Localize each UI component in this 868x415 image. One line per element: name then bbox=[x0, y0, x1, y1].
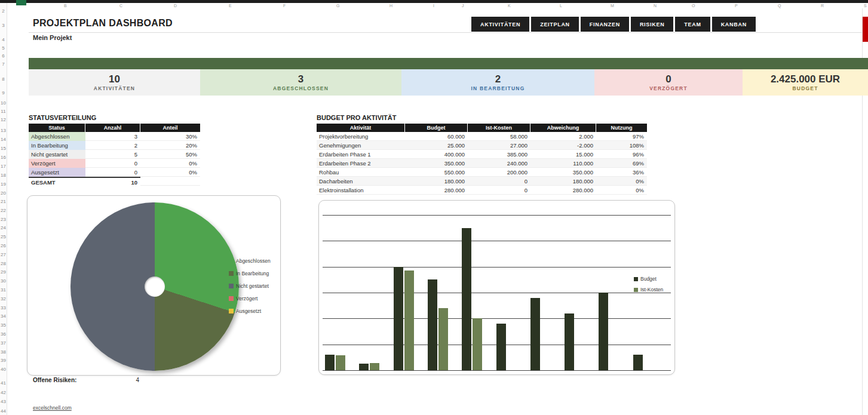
row-header-14[interactable]: 14 bbox=[0, 136, 7, 143]
column-header-f[interactable]: F bbox=[283, 3, 286, 8]
column-header-k[interactable]: K bbox=[508, 3, 511, 8]
row-header-43[interactable]: 43 bbox=[0, 398, 7, 405]
pie-legend-item: In Bearbeitung bbox=[229, 270, 271, 276]
row-header-33[interactable]: 33 bbox=[0, 305, 7, 312]
row-header-40[interactable]: 40 bbox=[0, 366, 7, 373]
pie-legend-item: Abgeschlossen bbox=[229, 258, 271, 264]
row-header-16[interactable]: 16 bbox=[0, 154, 7, 161]
column-header-o[interactable]: O bbox=[692, 3, 695, 8]
row-header-28[interactable]: 28 bbox=[0, 260, 7, 268]
row-header-32[interactable]: 32 bbox=[0, 296, 7, 303]
bar-budget bbox=[496, 324, 506, 370]
row-header-34[interactable]: 34 bbox=[0, 313, 7, 320]
row-header-36[interactable]: 36 bbox=[0, 331, 7, 338]
column-header-i[interactable]: I bbox=[433, 3, 434, 8]
row-header-44[interactable]: 44 bbox=[0, 408, 7, 415]
budget-row: Genehmigungen25.00027.000-2.000108% bbox=[317, 141, 647, 150]
row-header-19[interactable]: 19 bbox=[0, 181, 7, 188]
column-header-h[interactable]: H bbox=[389, 3, 392, 8]
row-header-29[interactable]: 29 bbox=[0, 269, 7, 276]
bar-budget bbox=[428, 279, 437, 370]
row-header-39[interactable]: 39 bbox=[0, 357, 7, 364]
row-header-30[interactable]: 30 bbox=[0, 278, 7, 285]
row-header-12[interactable]: 12 bbox=[0, 116, 7, 124]
nav-button-finanzen[interactable]: FINANZEN bbox=[581, 17, 629, 32]
row-header-35[interactable]: 35 bbox=[0, 322, 7, 329]
bar-istkosten bbox=[438, 308, 448, 370]
column-header-n[interactable]: N bbox=[654, 3, 657, 8]
row-header-8[interactable]: 8 bbox=[0, 76, 7, 83]
bar-istkosten bbox=[404, 270, 414, 370]
budget-value-cell: 240.000 bbox=[468, 159, 530, 168]
status-name-cell: Abgeschlossen bbox=[29, 132, 85, 141]
row-header-6[interactable]: 6 bbox=[0, 53, 7, 60]
budget-value-cell: 0 bbox=[468, 186, 530, 195]
status-share-cell: 0% bbox=[140, 168, 200, 177]
column-header-r[interactable]: R bbox=[821, 3, 824, 8]
budget-value-cell: 96% bbox=[596, 150, 647, 159]
nav-button-aktivitten[interactable]: AKTIVITÄTEN bbox=[471, 17, 529, 32]
row-header-37[interactable]: 37 bbox=[0, 340, 7, 347]
row-header-38[interactable]: 38 bbox=[0, 349, 7, 356]
column-header-m[interactable]: M bbox=[611, 3, 614, 8]
column-header-p[interactable]: P bbox=[735, 3, 738, 8]
row-header-23[interactable]: 23 bbox=[0, 216, 7, 223]
column-header-g[interactable]: G bbox=[336, 3, 339, 8]
bar-budget bbox=[633, 355, 643, 370]
column-header-l[interactable]: L bbox=[560, 3, 562, 8]
row-header-18[interactable]: 18 bbox=[0, 172, 7, 179]
gridline bbox=[323, 215, 671, 216]
row-header-15[interactable]: 15 bbox=[0, 145, 7, 152]
status-share-cell: 20% bbox=[140, 141, 200, 150]
row-header-25[interactable]: 25 bbox=[0, 233, 7, 241]
status-row-inbearbeitung: In Bearbeitung220% bbox=[29, 141, 200, 150]
kpi-card-budget: 2.425.000 EURBUDGET bbox=[743, 69, 868, 96]
kpi-value: 3 bbox=[298, 74, 303, 85]
row-header-5[interactable]: 5 bbox=[0, 45, 7, 52]
row-header-27[interactable]: 27 bbox=[0, 251, 7, 259]
row-header-3[interactable]: 3 bbox=[0, 22, 7, 29]
column-header-d[interactable]: D bbox=[174, 3, 177, 8]
row-header-31[interactable]: 31 bbox=[0, 287, 7, 294]
status-row-verzgert: Verzögert00% bbox=[29, 159, 200, 168]
column-header-j[interactable]: J bbox=[462, 3, 464, 8]
nav-button-risiken[interactable]: RISIKEN bbox=[631, 17, 673, 32]
column-header-q[interactable]: Q bbox=[778, 3, 781, 8]
row-header-22[interactable]: 22 bbox=[0, 207, 7, 214]
status-name-cell: Nicht gestartet bbox=[29, 150, 85, 159]
column-header-s[interactable]: S bbox=[864, 3, 867, 8]
gridline bbox=[323, 370, 671, 371]
row-header-17[interactable]: 17 bbox=[0, 163, 7, 170]
status-name-cell: Ausgesetzt bbox=[29, 168, 85, 177]
column-header-e[interactable]: E bbox=[229, 3, 232, 8]
footer-link[interactable]: excelschnell.com bbox=[33, 405, 72, 411]
total-share-cell bbox=[140, 177, 200, 186]
column-header-c[interactable]: C bbox=[119, 3, 122, 8]
kpi-card-inbearbeitung: 2IN BEARBEITUNG bbox=[401, 69, 594, 96]
budget-value-cell: 180.000 bbox=[530, 177, 596, 186]
status-pie-chart[interactable]: AbgeschlossenIn BearbeitungNicht gestart… bbox=[27, 195, 281, 376]
column-header-b[interactable]: B bbox=[64, 3, 67, 8]
nav-button-kanban[interactable]: KANBAN bbox=[712, 17, 756, 32]
row-header-26[interactable]: 26 bbox=[0, 242, 7, 250]
row-header-20[interactable]: 20 bbox=[0, 190, 7, 197]
row-header-11[interactable]: 11 bbox=[0, 108, 7, 115]
activity-name-cell: Projektvorbereitung bbox=[317, 132, 405, 141]
nav-button-team[interactable]: TEAM bbox=[675, 17, 710, 32]
row-header-41[interactable]: 41 bbox=[0, 380, 7, 387]
status-name-cell: In Bearbeitung bbox=[29, 141, 85, 150]
row-header-21[interactable]: 21 bbox=[0, 198, 7, 205]
row-header-42[interactable]: 42 bbox=[0, 389, 7, 396]
row-header-4[interactable]: 4 bbox=[0, 36, 7, 44]
row-header-7[interactable]: 7 bbox=[0, 61, 7, 68]
row-header-9[interactable]: 9 bbox=[0, 90, 7, 97]
bar-budget bbox=[599, 293, 608, 370]
row-header-13[interactable]: 13 bbox=[0, 127, 7, 134]
budget-value-cell: 0 bbox=[468, 177, 530, 186]
row-header-2[interactable]: 2 bbox=[0, 8, 7, 15]
budget-bar-chart[interactable]: BudgetIst-Kosten bbox=[318, 200, 675, 375]
nav-button-zeitplan[interactable]: ZEITPLAN bbox=[531, 17, 579, 32]
row-header-24[interactable]: 24 bbox=[0, 225, 7, 232]
row-header-10[interactable]: 10 bbox=[0, 100, 7, 107]
budget-table-header-row: AktivitätBudgetIst-KostenAbweichungNutzu… bbox=[317, 124, 647, 132]
